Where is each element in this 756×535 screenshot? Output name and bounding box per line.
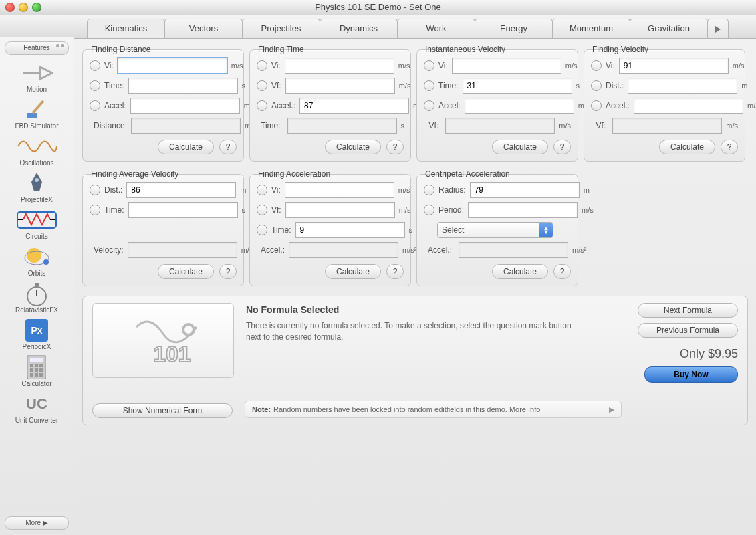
period-input[interactable] xyxy=(468,202,578,218)
sidebar-item-oscillations[interactable]: Oscillations xyxy=(7,134,67,167)
vi-input[interactable] xyxy=(118,58,227,74)
tab-more[interactable] xyxy=(707,19,729,38)
calculate-button[interactable]: Calculate xyxy=(492,264,548,279)
tab-momentum[interactable]: Momentum xyxy=(552,19,630,38)
sidebar-item-projectilex[interactable]: ProjectileX xyxy=(7,171,67,203)
accel-output xyxy=(289,242,398,258)
calculate-button[interactable]: Calculate xyxy=(492,140,548,154)
sidebar-item-orbits[interactable]: Orbits xyxy=(7,244,67,277)
velocity-output xyxy=(128,242,237,258)
calculate-button[interactable]: Calculate xyxy=(158,264,214,279)
radio[interactable] xyxy=(424,205,434,215)
buy-now-button[interactable]: Buy Now xyxy=(644,366,738,383)
sidebar-item-fbd[interactable]: FBD Simulator xyxy=(7,97,67,130)
sidebar-item-calculator[interactable]: Calculator xyxy=(7,354,67,387)
sidebar-item-relativistic[interactable]: RelatavisticFX xyxy=(7,281,67,314)
svg-rect-23 xyxy=(39,373,43,377)
next-formula-button[interactable]: Next Formula xyxy=(638,303,738,318)
window-controls xyxy=(5,3,41,12)
calculate-button[interactable]: Calculate xyxy=(158,140,214,154)
radio[interactable] xyxy=(591,60,602,71)
calculate-button[interactable]: Calculate xyxy=(325,140,381,154)
radio[interactable] xyxy=(257,185,267,195)
radio[interactable] xyxy=(257,100,267,111)
help-button[interactable]: ? xyxy=(219,140,237,154)
radio[interactable] xyxy=(424,100,434,111)
minimize-icon[interactable] xyxy=(19,3,28,12)
tab-gravitation[interactable]: Gravitation xyxy=(630,19,708,38)
accel-input[interactable] xyxy=(465,98,574,114)
radio[interactable] xyxy=(257,80,267,91)
help-button[interactable]: ? xyxy=(386,140,404,154)
dist-input[interactable] xyxy=(126,182,236,198)
help-button[interactable]: ? xyxy=(386,264,404,279)
vi-input[interactable] xyxy=(285,58,394,74)
zoom-icon[interactable] xyxy=(32,3,41,12)
time-input[interactable] xyxy=(128,202,238,218)
radio[interactable] xyxy=(257,205,267,215)
radio[interactable] xyxy=(591,80,602,91)
vf-input[interactable] xyxy=(285,202,395,218)
radio[interactable] xyxy=(257,225,267,235)
vi-input[interactable] xyxy=(452,58,561,74)
help-button[interactable]: ? xyxy=(219,264,237,279)
tab-kinematics[interactable]: Kinematics xyxy=(87,19,165,38)
radio[interactable] xyxy=(90,205,100,215)
periodic-icon: Px xyxy=(25,319,48,342)
svg-rect-0 xyxy=(27,113,37,118)
vi-input[interactable] xyxy=(619,58,729,74)
uc-icon: UC xyxy=(22,394,51,414)
radio[interactable] xyxy=(90,100,100,111)
chevron-right-icon xyxy=(714,25,722,33)
note-box[interactable]: Note: Random numbers have been locked in… xyxy=(245,401,622,418)
radio[interactable] xyxy=(90,80,100,91)
radio[interactable] xyxy=(90,185,100,195)
sidebar-item-motion[interactable]: Motion xyxy=(7,60,67,93)
panel-finding-velocity: Finding Velocity Vi:m/s Dist.:m Accel.:m… xyxy=(584,49,745,162)
accel-output xyxy=(459,242,568,258)
help-button[interactable]: ? xyxy=(553,140,571,154)
radio[interactable] xyxy=(424,185,434,195)
radio[interactable] xyxy=(257,60,267,71)
sidebar-item-periodicx[interactable]: Px PeriodicX xyxy=(7,318,67,350)
tab-dynamics[interactable]: Dynamics xyxy=(320,19,398,38)
tab-projectiles[interactable]: Projectiles xyxy=(242,19,320,38)
accel-input[interactable] xyxy=(130,98,240,114)
tab-vectors[interactable]: Vectors xyxy=(164,19,243,38)
previous-formula-button[interactable]: Previous Formula xyxy=(638,323,738,338)
svg-rect-22 xyxy=(35,373,38,377)
vi-input[interactable] xyxy=(285,182,394,198)
resistor-icon xyxy=(18,213,55,227)
rocket-icon xyxy=(25,171,49,195)
time-input[interactable] xyxy=(463,78,572,94)
sidebar-item-circuits[interactable]: Circuits xyxy=(7,207,67,240)
distance-output xyxy=(131,118,241,134)
accel-input[interactable] xyxy=(299,98,409,114)
unit-select[interactable]: Select▲▼ xyxy=(437,222,553,238)
radius-input[interactable] xyxy=(470,182,580,198)
features-header[interactable]: Features xyxy=(5,41,69,55)
radio[interactable] xyxy=(424,80,434,91)
calculate-button[interactable]: Calculate xyxy=(659,140,715,154)
close-icon[interactable] xyxy=(5,3,15,12)
svg-point-25 xyxy=(183,324,194,335)
sidebar-more-button[interactable]: More ▶ xyxy=(5,516,69,530)
sidebar-item-unitconverter[interactable]: UC Unit Converter xyxy=(7,391,67,424)
calculate-button[interactable]: Calculate xyxy=(325,264,381,279)
svg-rect-15 xyxy=(30,364,33,367)
titlebar: Physics 101 SE Demo - Set One xyxy=(0,0,756,15)
help-button[interactable]: ? xyxy=(553,264,571,279)
radio[interactable] xyxy=(90,60,100,71)
tab-energy[interactable]: Energy xyxy=(475,19,553,38)
help-button[interactable]: ? xyxy=(721,140,738,154)
accel-input[interactable] xyxy=(634,98,743,114)
time-input[interactable] xyxy=(128,78,238,94)
show-numerical-button[interactable]: Show Numerical Form xyxy=(92,403,233,418)
vf-input[interactable] xyxy=(285,78,395,94)
tab-work[interactable]: Work xyxy=(397,19,475,38)
panel-finding-distance: Finding Distance Vi:m/s Time:s Accel:m/s… xyxy=(82,49,244,162)
radio[interactable] xyxy=(424,60,434,71)
dist-input[interactable] xyxy=(628,78,737,94)
radio[interactable] xyxy=(591,100,602,111)
time-input[interactable] xyxy=(295,222,405,238)
